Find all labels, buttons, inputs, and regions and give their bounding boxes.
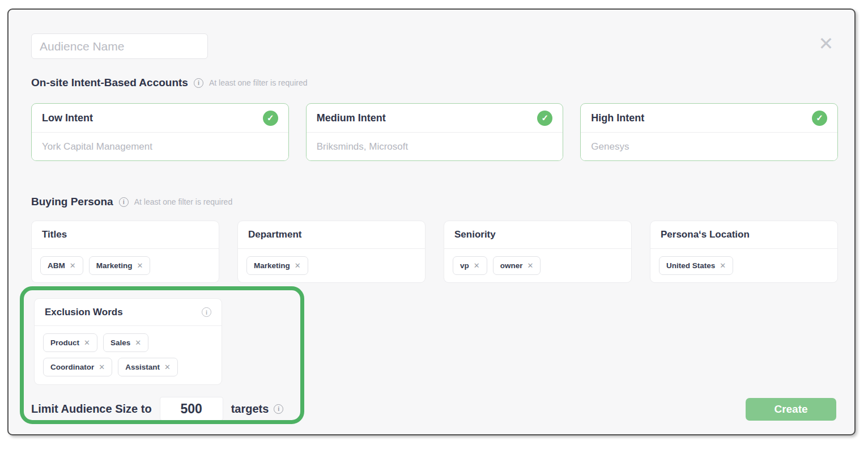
filter-tag[interactable]: owner ✕ (493, 256, 541, 275)
tag-label: Assistant (125, 363, 160, 371)
tag-area: Marketing ✕ (238, 249, 425, 282)
intent-card-title: High Intent (591, 112, 644, 124)
low-intent-accounts-input[interactable] (32, 133, 288, 160)
persona-card-header: Department (238, 221, 425, 249)
remove-tag-icon[interactable]: ✕ (527, 261, 533, 270)
tag-area: United States ✕ (650, 249, 837, 282)
check-icon[interactable]: ✓ (263, 111, 278, 126)
tag-label: vp (460, 261, 469, 270)
tag-label: Marketing (96, 261, 133, 270)
exclusion-words-card: Exclusion Words i Product ✕ Sales ✕ Coor… (34, 298, 222, 385)
intent-card-medium: Medium Intent ✓ (306, 103, 564, 161)
persona-card-header: Seniority (444, 221, 631, 249)
high-intent-accounts-input[interactable] (581, 133, 837, 160)
persona-card-location: Persona‘s Location United States ✕ (650, 221, 838, 283)
filter-tag[interactable]: vp ✕ (453, 256, 487, 275)
medium-intent-accounts-input[interactable] (307, 133, 563, 160)
info-icon[interactable]: i (274, 404, 283, 414)
tag-label: ABM (48, 261, 65, 270)
tag-label: Marketing (254, 261, 290, 270)
intent-card-title: Low Intent (42, 112, 93, 124)
limit-audience-label: Limit Audience Size to (31, 403, 152, 416)
tag-label: Sales (110, 338, 130, 347)
tag-label: Coordinator (50, 363, 94, 371)
audience-name-input[interactable] (31, 33, 208, 59)
filter-tag[interactable]: Coordinator ✕ (43, 358, 112, 376)
intent-section-hint: At least one filter is required (209, 78, 308, 87)
intent-card-header: Low Intent ✓ (32, 104, 288, 133)
intent-card-high: High Intent ✓ (580, 103, 838, 161)
intent-section-header: On-site Intent-Based Accounts i At least… (31, 77, 307, 89)
remove-tag-icon[interactable]: ✕ (135, 338, 141, 347)
exclusion-card-header: Exclusion Words i (35, 299, 222, 326)
audience-size-input[interactable] (160, 397, 223, 421)
intent-card-title: Medium Intent (317, 112, 386, 124)
exclusion-card-title: Exclusion Words (45, 307, 123, 318)
tag-label: owner (500, 261, 523, 270)
tag-area: vp ✕ owner ✕ (444, 249, 631, 282)
persona-cards-row: Titles ABM ✕ Marketing ✕ Department Mark… (31, 221, 838, 283)
create-button[interactable]: Create (746, 398, 836, 421)
persona-card-title: Titles (42, 229, 67, 240)
remove-tag-icon[interactable]: ✕ (137, 261, 143, 270)
tag-label: Product (50, 338, 79, 347)
persona-card-header: Titles (32, 221, 219, 249)
close-icon[interactable]: ✕ (815, 32, 837, 55)
remove-tag-icon[interactable]: ✕ (720, 261, 726, 270)
info-icon[interactable]: i (202, 307, 211, 317)
filter-tag[interactable]: Assistant ✕ (118, 358, 178, 376)
remove-tag-icon[interactable]: ✕ (70, 261, 76, 270)
check-icon[interactable]: ✓ (537, 111, 552, 126)
intent-card-header: High Intent ✓ (581, 104, 837, 133)
persona-card-title: Persona‘s Location (661, 229, 750, 240)
remove-tag-icon[interactable]: ✕ (474, 261, 480, 270)
info-icon[interactable]: i (119, 197, 129, 207)
filter-tag[interactable]: Marketing ✕ (89, 256, 151, 275)
limit-audience-suffix: targets i (231, 403, 284, 416)
persona-card-title: Department (248, 229, 301, 240)
persona-section-header: Buying Persona i At least one filter is … (31, 196, 232, 208)
intent-section-title: On-site Intent-Based Accounts (31, 77, 188, 89)
persona-section-hint: At least one filter is required (134, 197, 233, 206)
limit-audience-row: Limit Audience Size to targets i (31, 397, 283, 421)
filter-tag[interactable]: United States ✕ (659, 256, 733, 275)
intent-card-low: Low Intent ✓ (31, 103, 289, 161)
persona-card-department: Department Marketing ✕ (237, 221, 426, 283)
filter-tag[interactable]: Product ✕ (43, 333, 97, 352)
intent-cards-row: Low Intent ✓ Medium Intent ✓ High Intent… (31, 103, 838, 161)
tag-label: United States (666, 261, 715, 270)
persona-card-titles: Titles ABM ✕ Marketing ✕ (31, 221, 219, 283)
intent-card-header: Medium Intent ✓ (307, 104, 563, 133)
targets-label: targets (231, 403, 269, 416)
filter-tag[interactable]: ABM ✕ (40, 256, 83, 275)
filter-tag[interactable]: Marketing ✕ (246, 256, 308, 275)
remove-tag-icon[interactable]: ✕ (99, 363, 105, 371)
check-icon[interactable]: ✓ (812, 111, 827, 126)
create-audience-modal: ✕ On-site Intent-Based Accounts i At lea… (7, 9, 856, 435)
remove-tag-icon[interactable]: ✕ (164, 363, 171, 371)
persona-card-header: Persona‘s Location (650, 221, 837, 249)
tag-area: ABM ✕ Marketing ✕ (32, 249, 219, 282)
persona-card-seniority: Seniority vp ✕ owner ✕ (444, 221, 632, 283)
info-icon[interactable]: i (194, 78, 203, 88)
remove-tag-icon[interactable]: ✕ (295, 261, 301, 270)
filter-tag[interactable]: Sales ✕ (103, 333, 148, 352)
tag-area: Product ✕ Sales ✕ Coordinator ✕ Assistan… (35, 326, 222, 384)
persona-card-title: Seniority (454, 229, 496, 240)
persona-section-title: Buying Persona (31, 196, 113, 208)
remove-tag-icon[interactable]: ✕ (84, 338, 90, 347)
